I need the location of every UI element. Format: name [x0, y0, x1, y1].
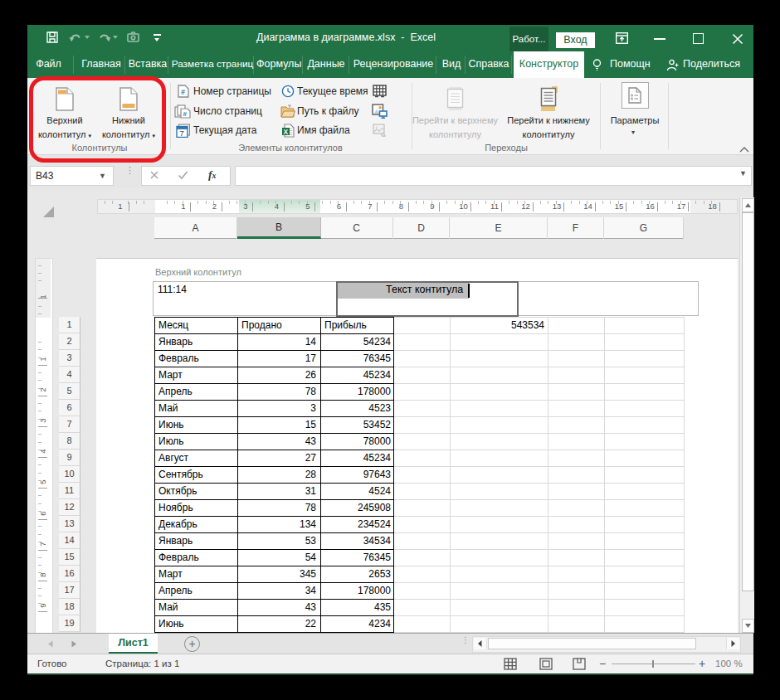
- svg-text:7: 7: [179, 129, 183, 138]
- svg-text:X: X: [284, 128, 289, 136]
- svg-text:#: #: [181, 88, 185, 96]
- svg-text:#: #: [183, 110, 188, 118]
